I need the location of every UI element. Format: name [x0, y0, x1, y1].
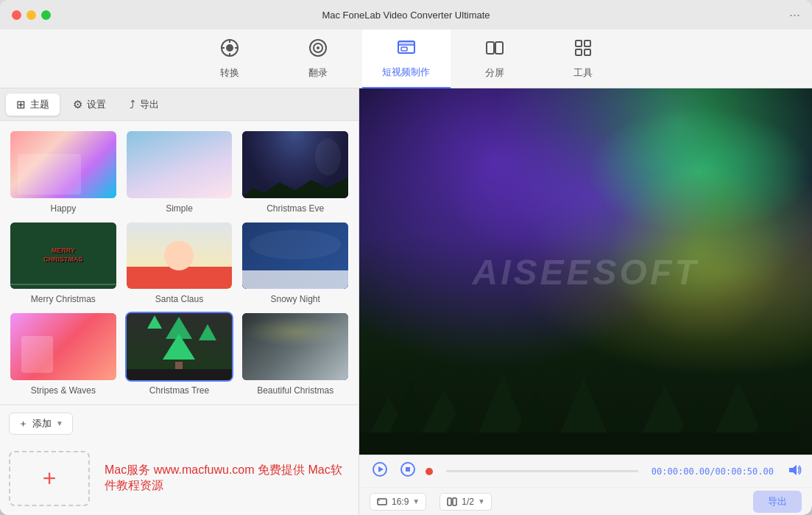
quality-select[interactable]: 1/2 ▼: [439, 493, 492, 511]
settings-tab-icon: ⚙: [73, 98, 82, 111]
export-button[interactable]: 导出: [753, 491, 802, 513]
app-window: Mac FoneLab Video Converter Ultimate ···…: [0, 0, 812, 515]
svg-rect-14: [495, 42, 503, 54]
theme-simple[interactable]: Simple: [125, 130, 234, 214]
svg-point-8: [317, 46, 319, 49]
svg-rect-16: [585, 41, 590, 46]
minimize-button[interactable]: [27, 10, 36, 20]
preview-area: AISEESOFT: [359, 88, 812, 455]
aspect-ratio-icon: [376, 496, 388, 508]
shortvideo-icon: [396, 37, 417, 63]
toolbar-item-mirror[interactable]: 翻录: [274, 29, 362, 88]
theme-happy-thumb: [9, 130, 118, 200]
preview-background: AISEESOFT: [359, 88, 812, 455]
tab-export[interactable]: ⤴ 导出: [119, 94, 169, 116]
add-label: 添加: [32, 417, 52, 430]
play-button[interactable]: [370, 460, 390, 482]
theme-simple-label: Simple: [166, 203, 193, 214]
splitscreen-label: 分屏: [485, 66, 504, 80]
controls-bar2: 16:9 ▼ 1/2 ▼ 导出: [359, 487, 812, 515]
mirror-icon: [308, 38, 328, 63]
theme-beautiful-christmas-thumb: [241, 312, 350, 382]
theme-santa-claus[interactable]: Santa Claus: [125, 221, 234, 305]
traffic-lights: [12, 10, 51, 20]
add-dropdown-icon: ▼: [56, 419, 63, 427]
theme-santa-claus-thumb: [125, 221, 234, 291]
right-panel: AISEESOFT 0: [359, 88, 812, 515]
svg-rect-39: [448, 498, 451, 505]
svg-rect-31: [359, 432, 801, 455]
theme-santa-claus-label: Santa Claus: [155, 294, 203, 304]
theme-merry-christmas[interactable]: MERRYCHRISTMAS Merry Christmas: [9, 221, 118, 305]
ratio-dropdown-icon: ▼: [412, 497, 420, 505]
volume-icon[interactable]: [787, 463, 802, 480]
toolbar-item-tools[interactable]: 工具: [539, 29, 627, 88]
svg-rect-35: [406, 467, 410, 472]
record-indicator: [426, 468, 433, 475]
theme-snowy-night-thumb: [241, 221, 350, 291]
tab-theme[interactable]: ⊞ 主题: [6, 94, 60, 116]
ratio-value: 16:9: [392, 497, 409, 507]
left-panel: ⊞ 主题 ⚙ 设置 ⤴ 导出: [0, 88, 359, 515]
stop-button[interactable]: [398, 460, 418, 482]
theme-happy-label: Happy: [50, 203, 76, 214]
titlebar: Mac FoneLab Video Converter Ultimate ···: [0, 0, 812, 29]
toolbar-item-splitscreen[interactable]: 分屏: [451, 29, 539, 88]
theme-stripes-waves[interactable]: Stripes & Waves: [9, 312, 118, 396]
tree-silhouette: [359, 359, 801, 455]
progress-bar[interactable]: [446, 470, 638, 472]
toolbar-item-shortvideo[interactable]: 短视频制作: [362, 29, 451, 88]
theme-christmas-tree[interactable]: Christmas Tree: [125, 312, 234, 396]
add-media-button[interactable]: ＋ 添加 ▼: [9, 413, 73, 435]
tab-settings[interactable]: ⚙ 设置: [63, 94, 116, 116]
svg-rect-17: [576, 49, 582, 55]
svg-point-1: [226, 44, 233, 52]
theme-merry-christmas-thumb: MERRYCHRISTMAS: [9, 221, 118, 291]
maximize-button[interactable]: [41, 10, 51, 20]
theme-christmas-tree-thumb: [125, 312, 234, 382]
theme-christmas-tree-label: Christmas Tree: [149, 385, 209, 396]
left-bottom: ＋ 添加 ▼ + Mac服务 www.macfuwu.com 免费提供 Mac软…: [0, 404, 359, 515]
plus-icon: +: [43, 465, 57, 492]
svg-rect-40: [453, 498, 456, 505]
tools-icon: [573, 38, 593, 63]
theme-beautiful-christmas[interactable]: Beautiful Christmas: [241, 312, 350, 396]
convert-icon: [219, 38, 240, 63]
theme-snowy-night[interactable]: Snowy Night: [241, 221, 350, 305]
theme-tab-icon: ⊞: [16, 98, 26, 111]
theme-stripes-waves-label: Stripes & Waves: [31, 385, 96, 396]
mirror-label: 翻录: [308, 66, 328, 80]
theme-stripes-waves-thumb: [9, 312, 118, 382]
more-options-button[interactable]: ···: [789, 7, 800, 23]
theme-beautiful-christmas-label: Beautiful Christmas: [257, 385, 333, 396]
add-icon: ＋: [18, 417, 28, 430]
convert-label: 转换: [220, 66, 239, 80]
aspect-ratio-select[interactable]: 16:9 ▼: [370, 493, 426, 511]
splitscreen-icon: [484, 38, 505, 63]
controls-bar: 00:00:00.00/00:00:50.00: [359, 455, 812, 487]
theme-merry-christmas-label: Merry Christmas: [31, 294, 96, 304]
close-button[interactable]: [12, 10, 21, 20]
theme-snowy-night-label: Snowy Night: [270, 294, 319, 304]
toolbar-item-convert[interactable]: 转换: [186, 29, 274, 88]
svg-rect-15: [576, 41, 582, 46]
tab-settings-label: 设置: [87, 98, 106, 111]
theme-happy[interactable]: Happy: [9, 130, 118, 214]
themes-grid: Happy Simple: [0, 121, 359, 404]
watermark-label: Mac服务 www.macfuwu.com 免费提供 Mac软件教程资源: [105, 463, 350, 494]
theme-simple-thumb: [125, 130, 234, 200]
svg-marker-33: [378, 466, 384, 472]
tools-label: 工具: [573, 66, 593, 80]
media-drop-zone[interactable]: +: [9, 451, 90, 506]
shortvideo-label: 短视频制作: [382, 66, 430, 79]
theme-christmas-eve[interactable]: Christmas Eve: [241, 130, 350, 214]
window-title: Mac FoneLab Video Converter Ultimate: [322, 10, 490, 21]
svg-rect-18: [585, 49, 590, 55]
theme-christmas-eve-label: Christmas Eve: [266, 203, 324, 214]
tab-export-label: 导出: [140, 98, 159, 111]
main-toolbar: 转换 翻录 短视频制作: [0, 29, 812, 88]
time-display: 00:00:00.00/00:00:50.00: [652, 466, 774, 477]
tab-bar: ⊞ 主题 ⚙ 设置 ⤴ 导出: [0, 88, 359, 121]
svg-rect-12: [401, 47, 407, 51]
bottom-strip: ＋ 添加 ▼: [0, 404, 359, 441]
